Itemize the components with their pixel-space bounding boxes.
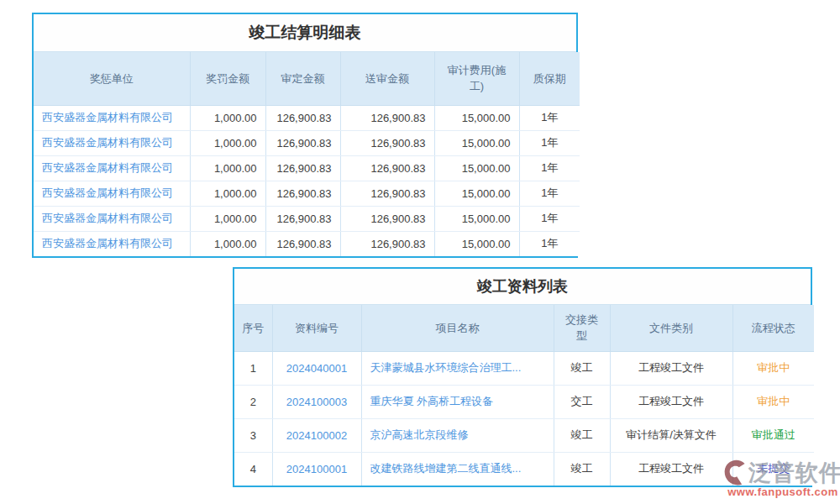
table-row: 西安盛器金属材料有限公司 1,000.00 126,900.83 126,900… <box>34 181 580 206</box>
company-link[interactable]: 西安盛器金属材料有限公司 <box>42 237 173 249</box>
approved-amount-cell: 126,900.83 <box>265 155 340 181</box>
table-row: 3 2024100002 京沪高速北京段维修 竣工 审计结算/决算文件 审批通过 <box>234 418 814 452</box>
project-link[interactable]: 天津蒙城县水环境综合治理工... <box>370 361 522 374</box>
approved-amount-cell: 126,900.83 <box>265 181 340 206</box>
handover-type-cell: 交工 <box>554 385 610 418</box>
col-warranty: 质保期 <box>519 52 580 105</box>
settlement-table-panel: 竣工结算明细表 奖惩单位 奖罚金额 审定金额 送审金额 审计费用(施工) 质保期… <box>32 13 578 258</box>
audit-fee-cell: 15,000.00 <box>434 181 519 206</box>
warranty-cell: 1年 <box>519 231 580 256</box>
project-link[interactable]: 改建铁路线增建第二线直通线... <box>370 462 522 475</box>
table-row: 4 2024100001 改建铁路线增建第二线直通线... 竣工 工程竣工文件 … <box>234 452 814 486</box>
audit-fee-cell: 15,000.00 <box>434 130 519 155</box>
settlement-table-title: 竣工结算明细表 <box>34 14 576 52</box>
warranty-cell: 1年 <box>519 105 580 130</box>
doc-no-link[interactable]: 2024100002 <box>286 429 347 442</box>
audit-fee-cell: 15,000.00 <box>434 206 519 231</box>
page-background: 竣工结算明细表 奖惩单位 奖罚金额 审定金额 送审金额 审计费用(施工) 质保期… <box>0 0 840 504</box>
col-unit: 奖惩单位 <box>34 52 190 105</box>
project-link[interactable]: 京沪高速北京段维修 <box>370 428 469 441</box>
col-review-amount: 送审金额 <box>340 52 434 105</box>
settlement-header-row: 奖惩单位 奖罚金额 审定金额 送审金额 审计费用(施工) 质保期 <box>34 52 580 105</box>
penalty-amount-cell: 1,000.00 <box>190 206 265 231</box>
review-amount-cell: 126,900.83 <box>340 130 434 155</box>
company-link[interactable]: 西安盛器金属材料有限公司 <box>42 186 173 199</box>
project-link[interactable]: 重庆华夏 外高桥工程设备 <box>370 395 494 407</box>
handover-type-cell: 竣工 <box>554 418 610 452</box>
doc-no-link[interactable]: 2024100003 <box>286 396 347 408</box>
col-audit-fee: 审计费用(施工) <box>434 52 519 105</box>
status-badge: 未提交 <box>757 462 790 475</box>
file-category-cell: 审计结算/决算文件 <box>610 418 732 452</box>
company-link[interactable]: 西安盛器金属材料有限公司 <box>42 136 173 149</box>
approved-amount-cell: 126,900.83 <box>265 105 340 130</box>
seq-cell: 4 <box>234 452 272 486</box>
review-amount-cell: 126,900.83 <box>340 105 434 130</box>
seq-cell: 1 <box>234 351 272 385</box>
doc-no-link[interactable]: 2024040001 <box>286 362 347 375</box>
audit-fee-cell: 15,000.00 <box>434 155 519 181</box>
review-amount-cell: 126,900.83 <box>340 206 434 231</box>
table-row: 西安盛器金属材料有限公司 1,000.00 126,900.83 126,900… <box>34 130 580 155</box>
col-handover-type: 交接类型 <box>554 305 610 351</box>
col-approved-amount: 审定金额 <box>265 52 340 105</box>
penalty-amount-cell: 1,000.00 <box>190 105 265 130</box>
col-file-category: 文件类别 <box>610 305 732 351</box>
watermark-url: www.fanpusoft.com <box>723 486 840 498</box>
status-badge: 审批中 <box>757 395 790 407</box>
warranty-cell: 1年 <box>519 206 580 231</box>
warranty-cell: 1年 <box>519 181 580 206</box>
doc-no-link[interactable]: 2024100001 <box>286 463 347 475</box>
status-badge: 审批中 <box>757 361 790 374</box>
settlement-table: 奖惩单位 奖罚金额 审定金额 送审金额 审计费用(施工) 质保期 西安盛器金属材… <box>34 52 580 256</box>
handover-type-cell: 竣工 <box>554 351 610 385</box>
documents-table-panel: 竣工资料列表 序号 资料编号 项目名称 交接类型 文件类别 流程状态 1 <box>233 267 812 487</box>
review-amount-cell: 126,900.83 <box>340 155 434 181</box>
seq-cell: 2 <box>234 385 272 418</box>
company-link[interactable]: 西安盛器金属材料有限公司 <box>42 111 173 123</box>
documents-table: 序号 资料编号 项目名称 交接类型 文件类别 流程状态 1 2024040001… <box>234 305 814 486</box>
table-row: 西安盛器金属材料有限公司 1,000.00 126,900.83 126,900… <box>34 155 580 181</box>
table-row: 西安盛器金属材料有限公司 1,000.00 126,900.83 126,900… <box>34 231 580 256</box>
audit-fee-cell: 15,000.00 <box>434 105 519 130</box>
table-row: 2 2024100003 重庆华夏 外高桥工程设备 交工 工程竣工文件 审批中 <box>234 385 814 418</box>
file-category-cell: 工程竣工文件 <box>610 351 732 385</box>
review-amount-cell: 126,900.83 <box>340 231 434 256</box>
file-category-cell: 工程竣工文件 <box>610 452 732 486</box>
company-link[interactable]: 西安盛器金属材料有限公司 <box>42 212 173 224</box>
table-row: 1 2024040001 天津蒙城县水环境综合治理工... 竣工 工程竣工文件 … <box>234 351 814 385</box>
company-link[interactable]: 西安盛器金属材料有限公司 <box>42 161 173 174</box>
penalty-amount-cell: 1,000.00 <box>190 130 265 155</box>
documents-table-title: 竣工资料列表 <box>234 269 811 305</box>
penalty-amount-cell: 1,000.00 <box>190 231 265 256</box>
handover-type-cell: 竣工 <box>554 452 610 486</box>
warranty-cell: 1年 <box>519 130 580 155</box>
penalty-amount-cell: 1,000.00 <box>190 155 265 181</box>
warranty-cell: 1年 <box>519 155 580 181</box>
approved-amount-cell: 126,900.83 <box>265 130 340 155</box>
status-badge: 审批通过 <box>752 428 795 441</box>
table-row: 西安盛器金属材料有限公司 1,000.00 126,900.83 126,900… <box>34 206 580 231</box>
file-category-cell: 工程竣工文件 <box>610 385 732 418</box>
documents-header-row: 序号 资料编号 项目名称 交接类型 文件类别 流程状态 <box>234 305 814 351</box>
review-amount-cell: 126,900.83 <box>340 181 434 206</box>
col-flow-status: 流程状态 <box>732 305 814 351</box>
col-seq: 序号 <box>234 305 272 351</box>
audit-fee-cell: 15,000.00 <box>434 231 519 256</box>
seq-cell: 3 <box>234 418 272 452</box>
col-project-name: 项目名称 <box>361 305 554 351</box>
col-doc-no: 资料编号 <box>272 305 361 351</box>
col-penalty-amount: 奖罚金额 <box>190 52 265 105</box>
table-row: 西安盛器金属材料有限公司 1,000.00 126,900.83 126,900… <box>34 105 580 130</box>
approved-amount-cell: 126,900.83 <box>265 231 340 256</box>
approved-amount-cell: 126,900.83 <box>265 206 340 231</box>
penalty-amount-cell: 1,000.00 <box>190 181 265 206</box>
